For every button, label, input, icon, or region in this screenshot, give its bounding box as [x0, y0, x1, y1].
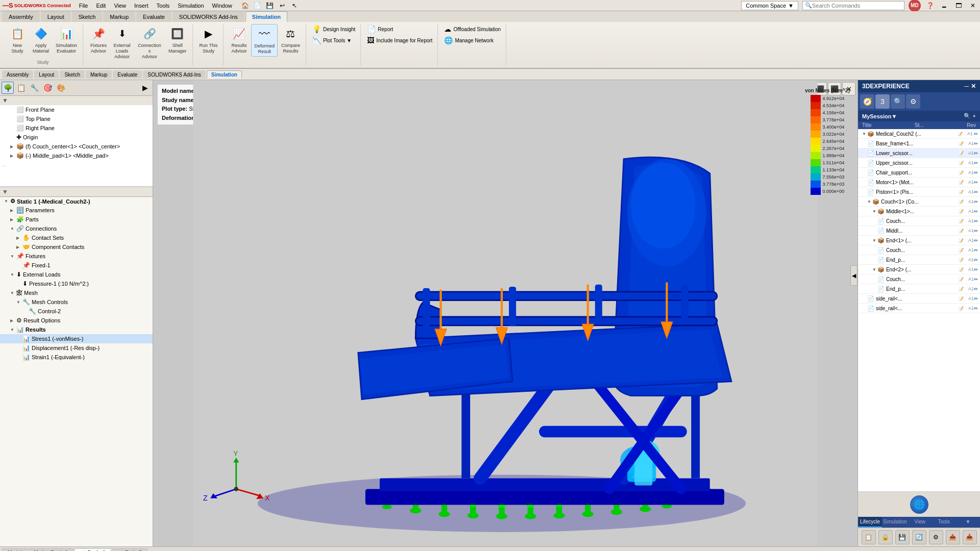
- tree-item-right-plane[interactable]: ⬜ Right Plane: [0, 123, 153, 133]
- sim-arrow-external-loads[interactable]: [10, 272, 16, 277]
- sim-item-external-loads[interactable]: ⬇ External Loads: [0, 270, 153, 279]
- deformed-result-button[interactable]: 〰 DeformedResult: [251, 24, 278, 57]
- rp-edit-middle1[interactable]: ✏: [974, 209, 978, 214]
- rp-item-couch1[interactable]: ▼ 📦 Couch<1> (Co... 📝 A1 ✏: [858, 197, 980, 207]
- rp-edit-end2[interactable]: ✏: [974, 267, 978, 272]
- rp-item-end-p2[interactable]: 📄 End_p... 📝 A1 ✏: [858, 284, 980, 294]
- rp-item-couch-b[interactable]: 📄 Couch... 📝 A1 ✏: [858, 245, 980, 255]
- plot-tools-button[interactable]: 📉 Plot Tools ▼: [310, 35, 354, 45]
- rp-edit-side-rail1[interactable]: ✏: [974, 296, 978, 302]
- rp-edit-end1[interactable]: ✏: [974, 238, 978, 243]
- sim-item-contact-sets[interactable]: ✋ Contact Sets: [0, 233, 153, 242]
- rp-edit-piston1[interactable]: ✏: [974, 189, 978, 195]
- tab-solidworks-addins[interactable]: SOLIDWORKS Add-Ins: [173, 11, 244, 22]
- rp-tab-tools[interactable]: Tools: [932, 517, 956, 528]
- sim-arrow-fixtures[interactable]: [10, 254, 16, 259]
- rp-edit-couch-b[interactable]: ✏: [974, 247, 978, 253]
- rp-item-middle1[interactable]: ▼ 📦 Middle<1>... 📝 A1 ✏: [858, 207, 980, 216]
- rp-edit-lower-scissor[interactable]: ✏: [974, 151, 978, 156]
- sim-item-pressure1[interactable]: ⬇ Pressure-1 (:10 N/m^2:): [0, 279, 153, 288]
- rp-edit-side-rail2[interactable]: ✏: [974, 306, 978, 311]
- rp-edit-couch-c[interactable]: ✏: [974, 277, 978, 282]
- expand-panel-btn[interactable]: ▶: [139, 82, 151, 94]
- sim-arrow-result-options[interactable]: [10, 318, 16, 323]
- tree-item-middle-pad[interactable]: 📦 (-) Middle_pad<1> <Middle_pad>: [0, 151, 153, 160]
- tab-layout[interactable]: Layout: [41, 11, 71, 22]
- rp-edit-middl[interactable]: ✏: [974, 228, 978, 234]
- sim-item-static1[interactable]: ⚙ Static 1 (-Medical_Couch2-): [0, 197, 153, 206]
- sim-arrow-connections[interactable]: [10, 227, 16, 231]
- close-icon[interactable]: ✕: [968, 1, 978, 11]
- sim-item-parts[interactable]: 🧩 Parts: [0, 215, 153, 224]
- rp-edit-end-p1[interactable]: ✏: [974, 257, 978, 263]
- 3dx-close-icon[interactable]: ✕: [971, 83, 976, 90]
- rp-search-tab[interactable]: 🔍: [891, 94, 905, 109]
- undo-icon[interactable]: ↩: [277, 1, 287, 11]
- tree-item-couch-center[interactable]: 📦 (f) Couch_center<1> <Couch_center>: [0, 142, 153, 151]
- rp-edit-couch-a[interactable]: ✏: [974, 218, 978, 224]
- sim-item-strain1[interactable]: 📊 Strain1 (-Equivalent-): [0, 353, 153, 362]
- offloaded-simulation-button[interactable]: ☁ Offloaded Simulation: [442, 24, 503, 34]
- rp-edit-upper-scissor[interactable]: ✏: [974, 160, 978, 166]
- rp-edit-base-frame[interactable]: ✏: [974, 141, 978, 146]
- rp-item-couch-c[interactable]: 📄 Couch... 📝 A1 ✏: [858, 274, 980, 284]
- search-input[interactable]: [812, 3, 902, 9]
- rp-tab-expand[interactable]: ▼: [956, 517, 980, 528]
- manage-network-button[interactable]: 🌐 Manage Network: [442, 35, 496, 45]
- rp-3dx-tab[interactable]: 3: [875, 94, 890, 109]
- external-loads-button[interactable]: ⬇ ExternalLoadsAdvisor: [111, 24, 133, 61]
- rp-search-icon2[interactable]: 🔍: [964, 113, 971, 119]
- tab-bar-layout[interactable]: Layout: [34, 70, 59, 79]
- menu-item-file[interactable]: File: [75, 2, 92, 10]
- common-space-dropdown[interactable]: Common Space ▼: [741, 1, 798, 10]
- tree-item-top-plane[interactable]: ⬜ Top Plane: [0, 114, 153, 123]
- tab-bar-addins[interactable]: SOLIDWORKS Add-Ins: [143, 70, 205, 79]
- tab-markup[interactable]: Markup: [103, 11, 135, 22]
- tab-bar-sketch[interactable]: Sketch: [60, 70, 85, 79]
- tab-simulation[interactable]: Simulation: [246, 11, 287, 22]
- sim-item-fixtures[interactable]: 📌 Fixtures: [0, 252, 153, 261]
- rp-item-middl[interactable]: 📄 Middl... 📝 A1 ✏: [858, 226, 980, 236]
- menu-item-edit[interactable]: Edit: [92, 2, 110, 10]
- sim-item-control2[interactable]: 🔧 Control-2: [0, 307, 153, 316]
- tab-sketch[interactable]: Sketch: [72, 11, 103, 22]
- menu-item-insert[interactable]: Insert: [130, 2, 153, 10]
- rp-item-end1[interactable]: ▼ 📦 End<1> (... 📝 A1 ✏: [858, 236, 980, 245]
- user-avatar[interactable]: MD: [909, 0, 921, 12]
- sim-item-results[interactable]: 📊 Results: [0, 325, 153, 334]
- rp-settings-tab[interactable]: ⚙: [906, 94, 920, 109]
- sim-arrow-static1[interactable]: [4, 199, 10, 204]
- rp-item-upper-scissor[interactable]: 📄 Upper_scissor... 📝 A1 ✏: [858, 158, 980, 168]
- rp-tab-simulation[interactable]: Simulation: [882, 517, 908, 528]
- save-icon[interactable]: 💾: [265, 1, 275, 11]
- 3dx-minimize-icon[interactable]: ─: [964, 83, 969, 90]
- connections-advisor-button[interactable]: 🔗 ConnectionsAdvisor: [134, 24, 165, 61]
- config-tab[interactable]: 🔧: [28, 82, 40, 94]
- rp-action-btn-7[interactable]: 📥: [963, 530, 977, 544]
- help-icon[interactable]: ❓: [925, 1, 935, 11]
- rp-item-motor1[interactable]: 📄 Motor<1> (Mot... 📝 A1 ✏: [858, 178, 980, 187]
- tab-bar-evaluate[interactable]: Evaluate: [113, 70, 142, 79]
- property-tab[interactable]: 📋: [15, 82, 27, 94]
- tab-evaluate[interactable]: Evaluate: [136, 11, 172, 22]
- rp-item-lower-scissor[interactable]: 📄 Lower_scissor... 📝 A1 ✏: [858, 148, 980, 158]
- design-insight-button[interactable]: 💡 Design Insight: [310, 24, 357, 34]
- rp-item-base-frame[interactable]: 📄 Base_frame<1... 📝 A1 ✏: [858, 139, 980, 148]
- rp-edit-medical-couch2[interactable]: ✏: [974, 131, 978, 137]
- sim-item-mesh[interactable]: 🕸 Mesh: [0, 288, 153, 297]
- bottom-tab-static1[interactable]: ⚡ Static 1: [75, 548, 111, 552]
- sim-arrow-parameters[interactable]: [10, 208, 16, 213]
- sim-item-fixed1[interactable]: 📌 Fixed-1: [0, 261, 153, 270]
- sim-item-displacement1[interactable]: 📊 Displacement1 (-Res disp-): [0, 343, 153, 353]
- sim-arrow-mesh-controls[interactable]: [16, 300, 22, 305]
- tab-assembly[interactable]: Assembly: [2, 11, 40, 22]
- sim-item-parameters[interactable]: 🔢 Parameters: [0, 206, 153, 215]
- sim-arrow-mesh[interactable]: [10, 291, 16, 295]
- sim-arrow-contact-sets[interactable]: [16, 236, 22, 240]
- sim-item-component-contacts[interactable]: 🤝 Component Contacts: [0, 242, 153, 252]
- sim-item-connections[interactable]: 🔗 Connections: [0, 224, 153, 233]
- bottom-tab-model[interactable]: Model: [2, 548, 27, 552]
- viewport[interactable]: 🔍 🔍 🎯 ⬛ 🔄 | 🧭 | 💡 🌐 ⬛ | 🖥 ⬜ ⬛ ⬛ ✕ Model …: [153, 80, 857, 546]
- menu-item-window[interactable]: Window: [208, 2, 236, 10]
- rp-action-btn-3[interactable]: 💾: [895, 530, 910, 544]
